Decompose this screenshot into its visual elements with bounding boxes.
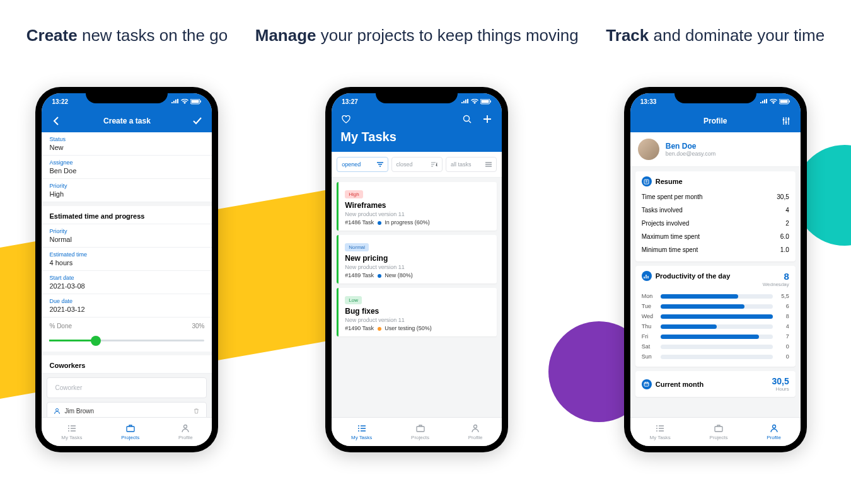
- search-icon[interactable]: [461, 115, 473, 123]
- svg-point-16: [785, 122, 787, 123]
- tab-projects[interactable]: Projects: [710, 423, 728, 440]
- svg-point-9: [464, 116, 470, 122]
- pct-done-slider[interactable]: [42, 335, 212, 352]
- profile-email: ben.doe@easy.com: [666, 151, 716, 157]
- task-card[interactable]: NormalNew pricingNew product version 11#…: [337, 235, 497, 284]
- productivity-bar-row: Mon5,5: [642, 291, 789, 301]
- trash-icon[interactable]: [193, 408, 200, 415]
- nav-title: Profile: [651, 117, 780, 125]
- svg-rect-2: [200, 100, 202, 102]
- section-coworkers: Coworkers: [42, 355, 212, 374]
- back-icon[interactable]: [50, 117, 62, 125]
- tab-profile[interactable]: Profile: [468, 423, 483, 440]
- plus-icon[interactable]: [482, 115, 493, 123]
- svg-rect-8: [490, 100, 492, 102]
- coworker-row: Jim Brown: [47, 402, 207, 417]
- tab-projects[interactable]: Projects: [411, 423, 429, 440]
- field-status[interactable]: StatusNew: [42, 132, 212, 156]
- status-icons: [760, 99, 790, 105]
- productivity-bar-row: Fri7: [642, 331, 789, 341]
- card-resume: Resume Time spent per month30,5Tasks inv…: [635, 171, 796, 261]
- coworker-input[interactable]: Coworker: [47, 377, 207, 398]
- list-icon: [655, 423, 665, 433]
- status-dot: [378, 274, 381, 278]
- field-priority-2[interactable]: PriorityNormal: [42, 224, 212, 248]
- svg-rect-4: [127, 427, 134, 432]
- svg-rect-14: [789, 100, 790, 102]
- svg-point-21: [772, 425, 775, 428]
- bar-track: [661, 355, 773, 359]
- navbar-profile: Profile: [630, 110, 801, 132]
- list-icon: [67, 423, 77, 433]
- avatar[interactable]: [638, 139, 659, 160]
- person-icon: [180, 423, 190, 433]
- stat-row: Projects involved2: [642, 217, 789, 230]
- stat-row: Minimum time spent1.0: [642, 243, 789, 256]
- sort-icon: [431, 162, 437, 167]
- bar-track: [661, 335, 773, 339]
- filter-opened[interactable]: opened: [337, 157, 388, 172]
- tab-projects[interactable]: Projects: [121, 423, 139, 440]
- tab-my-tasks[interactable]: My Tasks: [61, 423, 82, 440]
- nav-title: Create a task: [62, 117, 192, 125]
- status-time: 13:33: [640, 98, 657, 105]
- tab-my-tasks[interactable]: My Tasks: [351, 423, 372, 440]
- svg-rect-13: [780, 100, 787, 103]
- svg-point-3: [56, 409, 59, 411]
- status-icons: [171, 99, 202, 105]
- task-meta: #1490 Task User testing (50%): [345, 325, 490, 331]
- person-icon: [470, 423, 480, 433]
- svg-point-11: [474, 425, 477, 428]
- task-project: New product version 11: [345, 317, 490, 323]
- tab-profile[interactable]: Profile: [767, 423, 781, 440]
- svg-point-17: [787, 118, 789, 120]
- navbar-tasks: My Tasks: [332, 110, 502, 152]
- svg-rect-19: [644, 382, 649, 386]
- tagline-create: Create new tasks on the go: [26, 25, 228, 68]
- task-card[interactable]: LowBug fixesNew product version 11#1490 …: [337, 288, 497, 336]
- field-est-time[interactable]: Estimated time4 hours: [42, 248, 212, 271]
- field-due-date[interactable]: Due date2021-03-12: [42, 294, 212, 318]
- task-title: Wireframes: [345, 201, 490, 210]
- coworker-name: Jim Brown: [64, 408, 94, 415]
- task-title: New pricing: [345, 254, 490, 263]
- chart-icon: [642, 271, 652, 281]
- bar-track: [661, 324, 773, 329]
- menu-icon: [485, 162, 492, 167]
- field-start-date[interactable]: Start date2021-03-08: [42, 271, 212, 294]
- filter-all[interactable]: all tasks: [446, 157, 497, 172]
- phone-frame-2: 13:27 My Tasks opened closed all tasks H…: [325, 87, 508, 452]
- confirm-icon[interactable]: [192, 117, 203, 125]
- phone-notch: [376, 87, 458, 103]
- filter-closed[interactable]: closed: [391, 157, 443, 172]
- status-dot: [378, 221, 381, 225]
- field-priority[interactable]: PriorityHigh: [42, 179, 212, 202]
- productivity-bar-row: Sat0: [642, 341, 789, 352]
- task-title: Bug fixes: [345, 307, 490, 316]
- productivity-bar-row: Wed8: [642, 311, 789, 321]
- stat-row: Time spent per month30,5: [642, 190, 789, 203]
- settings-icon[interactable]: [780, 117, 792, 125]
- task-meta: #1489 Task New (80%): [345, 272, 490, 278]
- task-card[interactable]: HighWireframesNew product version 11#148…: [337, 182, 497, 231]
- person-icon: [769, 423, 779, 433]
- status-time: 13:22: [52, 98, 68, 105]
- tab-profile[interactable]: Profile: [178, 423, 193, 440]
- person-icon: [54, 408, 61, 415]
- section-estimate: Estimated time and progress: [42, 206, 212, 224]
- card-current-month: Current month 30,5Hours: [635, 371, 796, 397]
- tab-bar: My Tasks Projects Profile: [630, 417, 801, 446]
- briefcase-icon: [415, 423, 426, 433]
- stat-row: Maximum time spent6.0: [642, 230, 789, 243]
- heart-icon[interactable]: [340, 115, 352, 123]
- field-assignee[interactable]: AssigneeBen Doe: [42, 156, 212, 179]
- svg-rect-1: [192, 100, 199, 103]
- slider-thumb[interactable]: [91, 336, 101, 346]
- current-month-number: 30,5: [772, 376, 789, 386]
- productivity-bar-row: Sun0: [642, 352, 789, 362]
- status-icons: [461, 99, 492, 105]
- tab-my-tasks[interactable]: My Tasks: [650, 423, 671, 440]
- tagline-track: Track and dominate your time: [606, 25, 825, 68]
- list-icon: [357, 423, 367, 433]
- tagline-manage: Manage your projects to keep things movi…: [255, 25, 579, 68]
